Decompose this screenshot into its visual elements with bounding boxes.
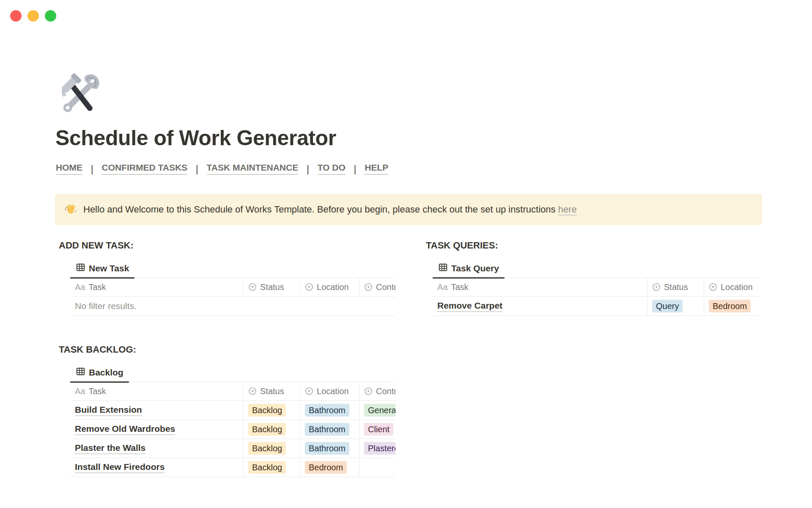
left-column: ADD NEW TASK: New TaskAaTaskStatusLocati… [59, 240, 395, 502]
close-button[interactable] [10, 10, 22, 22]
view-tab-new-task[interactable]: New Task [70, 259, 134, 277]
column-header-label: Location [721, 282, 753, 292]
location-cell[interactable]: Bedroom [704, 297, 760, 316]
task-page-link[interactable]: Build Extension [75, 404, 142, 416]
location-cell[interactable]: Bedroom [300, 458, 359, 477]
status-tag-query[interactable]: Query [652, 300, 683, 312]
status-cell[interactable]: Backlog [244, 401, 300, 420]
text-property-icon: Aa [75, 282, 85, 292]
nav-separator: | [196, 163, 198, 174]
location-tag-bathroom[interactable]: Bathroom [305, 423, 349, 436]
column-header-status[interactable]: Status [244, 382, 300, 401]
column-header-label: Task [451, 282, 468, 292]
view-tab-label: Task Query [451, 263, 499, 273]
contractor-cell[interactable]: Client [359, 420, 395, 439]
location-tag-bedroom[interactable]: Bedroom [709, 300, 751, 312]
contractor-tag-plasterer[interactable]: Plasterer [364, 442, 395, 455]
section-heading-task-queries: TASK QUERIES: [426, 240, 760, 251]
task-page-link[interactable]: Install New Firedoors [75, 461, 165, 473]
page-title: Schedule of Work Generator [55, 126, 336, 150]
task-cell[interactable]: Install New Firedoors [70, 458, 244, 477]
select-property-icon [709, 283, 717, 291]
section-task-queries: TASK QUERIES: Task QueryAaTaskStatusLoca… [426, 240, 760, 316]
setup-instructions-link[interactable]: here [558, 204, 577, 215]
new-task-table: New TaskAaTaskStatusLocationContractorNo… [70, 259, 395, 316]
section-heading-add-new-task: ADD NEW TASK: [59, 240, 395, 251]
select-property-icon [305, 283, 313, 291]
column-header-label: Status [260, 282, 284, 292]
view-tab-backlog[interactable]: Backlog [70, 363, 129, 381]
page-nav: HOME|CONFIRMED TASKS|TASK MAINTENANCE|TO… [56, 163, 388, 175]
location-tag-bedroom[interactable]: Bedroom [305, 461, 347, 474]
nav-link-to-do[interactable]: TO DO [318, 163, 346, 175]
task-cell[interactable]: Remove Old Wardrobes [70, 420, 244, 439]
status-tag-backlog[interactable]: Backlog [248, 423, 286, 436]
waving-hand-icon [64, 203, 77, 216]
contractor-cell[interactable] [359, 458, 395, 477]
status-tag-backlog[interactable]: Backlog [248, 404, 286, 417]
location-tag-bathroom[interactable]: Bathroom [305, 404, 349, 417]
status-cell[interactable]: Backlog [244, 439, 300, 458]
location-cell[interactable]: Bathroom [300, 439, 359, 458]
empty-results-row: No filter results. [70, 297, 395, 316]
column-header-contractor[interactable]: Contractor [359, 278, 395, 297]
column-header-status[interactable]: Status [647, 278, 704, 297]
location-cell[interactable]: Bathroom [300, 420, 359, 439]
column-header-location[interactable]: Location [704, 278, 760, 297]
contractor-cell[interactable]: Plasterer [359, 439, 395, 458]
nav-link-task-maintenance[interactable]: TASK MAINTENANCE [207, 163, 299, 175]
nav-separator: | [307, 163, 309, 174]
select-property-icon [248, 387, 257, 395]
minimize-button[interactable] [27, 10, 39, 22]
backlog-table: BacklogAaTaskStatusLocationContractorBui… [70, 363, 395, 477]
location-tag-bathroom[interactable]: Bathroom [305, 442, 349, 455]
right-column: TASK QUERIES: Task QueryAaTaskStatusLoca… [426, 240, 760, 502]
column-header-task[interactable]: AaTask [70, 278, 244, 297]
table-row: Remove CarpetQueryBedroom [433, 297, 760, 316]
status-cell[interactable]: Query [647, 297, 704, 316]
column-header-label: Contractor [376, 282, 395, 292]
column-header-label: Task [88, 387, 106, 396]
column-header-label: Location [317, 282, 349, 292]
column-header-task[interactable]: AaTask [70, 382, 244, 401]
select-property-icon [248, 283, 257, 291]
task-page-link[interactable]: Remove Old Wardrobes [75, 423, 175, 435]
column-header-contractor[interactable]: Contractor [359, 382, 395, 401]
status-tag-backlog[interactable]: Backlog [248, 461, 286, 474]
zoom-button[interactable] [45, 10, 56, 22]
column-header-location[interactable]: Location [300, 278, 359, 297]
window-controls [10, 10, 56, 22]
table-view-icon [76, 367, 85, 378]
location-cell[interactable]: Bathroom [300, 401, 359, 420]
column-header-location[interactable]: Location [300, 382, 359, 401]
task-cell[interactable]: Remove Carpet [433, 297, 647, 316]
contractor-cell[interactable]: General [359, 401, 395, 420]
column-header-label: Location [317, 387, 349, 396]
nav-link-confirmed-tasks[interactable]: CONFIRMED TASKS [102, 163, 187, 175]
column-header-status[interactable]: Status [244, 278, 300, 297]
nav-link-home[interactable]: HOME [56, 163, 82, 175]
select-property-icon [305, 387, 313, 395]
contractor-tag-general[interactable]: General [364, 404, 395, 417]
task-cell[interactable]: Build Extension [70, 401, 244, 420]
view-tabs-row: Backlog [70, 363, 395, 382]
status-cell[interactable]: Backlog [244, 420, 300, 439]
view-tab-label: New Task [89, 263, 129, 273]
status-tag-backlog[interactable]: Backlog [248, 442, 286, 455]
task-page-link[interactable]: Plaster the Walls [75, 442, 145, 454]
table-header-row: AaTaskStatusLocation [433, 278, 760, 297]
text-property-icon: Aa [75, 387, 85, 396]
task-query-table: Task QueryAaTaskStatusLocationRemove Car… [433, 259, 760, 316]
table-row: Install New FiredoorsBacklogBedroom [70, 458, 395, 477]
contractor-tag-client[interactable]: Client [364, 423, 393, 436]
column-header-label: Task [88, 282, 106, 292]
column-header-task[interactable]: AaTask [433, 278, 647, 297]
status-cell[interactable]: Backlog [244, 458, 300, 477]
task-page-link[interactable]: Remove Carpet [437, 300, 502, 312]
column-header-label: Status [664, 282, 688, 292]
welcome-callout: Hello and Welcome to this Schedule of Wo… [55, 194, 762, 225]
task-cell[interactable]: Plaster the Walls [70, 439, 244, 458]
view-tab-task-query[interactable]: Task Query [433, 259, 505, 277]
hammer-and-wrench-icon[interactable] [55, 69, 104, 119]
nav-link-help[interactable]: HELP [365, 163, 388, 175]
